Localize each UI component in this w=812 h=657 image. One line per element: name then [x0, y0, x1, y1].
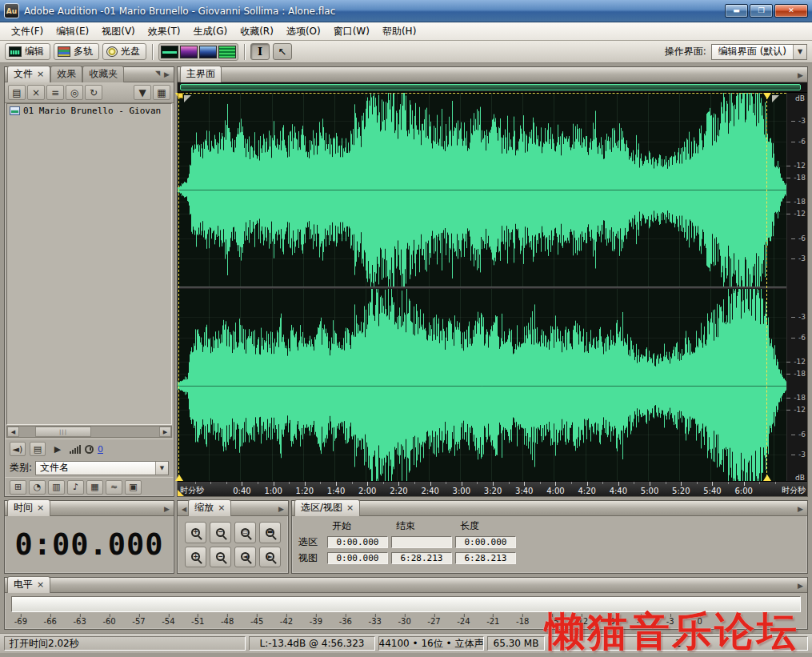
boundary-marker-line[interactable] — [766, 93, 767, 481]
menu-item[interactable]: 窗口(W) — [327, 22, 376, 41]
tab-selection-view[interactable]: 选区/视图 × — [294, 499, 360, 516]
close-icon[interactable]: × — [37, 580, 44, 589]
selection-start-field[interactable]: 0:00.000 — [327, 536, 388, 548]
tab-time[interactable]: 时间 × — [7, 499, 50, 516]
scrub-tool-button[interactable]: ↖ — [273, 43, 292, 60]
close-file-button[interactable]: × — [27, 85, 45, 100]
wave-filter-button[interactable]: ≈ — [106, 480, 122, 495]
waveform-display[interactable]: dB-3-3-6-6-12-12-18-18dB-3-3-6-6-12-12-1… — [178, 93, 807, 481]
close-icon[interactable]: × — [346, 503, 354, 512]
selection-end-field[interactable] — [391, 536, 452, 548]
close-icon[interactable]: × — [37, 503, 44, 512]
columns-button[interactable]: ▥ — [48, 480, 65, 495]
panel-menu-button[interactable]: ▶ — [164, 505, 170, 513]
horizontal-scrollbar[interactable]: ◀ ||| ▶ — [6, 426, 172, 438]
menu-item[interactable]: 编辑(E) — [50, 22, 95, 41]
grid-button[interactable]: ▦ — [86, 480, 103, 495]
marker-filter-button[interactable]: ▣ — [125, 480, 142, 495]
loop-duration-icon[interactable] — [85, 445, 94, 454]
spectral-pan-display-button[interactable] — [199, 46, 217, 58]
panel-menu-button[interactable]: ▶ — [164, 70, 170, 78]
follow-playlist-button[interactable]: ▤ — [30, 442, 46, 456]
menu-item[interactable]: 效果(T) — [142, 22, 187, 41]
tab-level[interactable]: 电平 × — [7, 576, 50, 593]
spectral-frequency-display-button[interactable] — [180, 46, 198, 58]
close-icon[interactable]: × — [218, 503, 225, 512]
preview-play-button[interactable]: ▶ — [50, 442, 66, 456]
zoom-out-vertical-button[interactable]: − — [210, 547, 231, 568]
menu-item[interactable]: 生成(G) — [187, 22, 234, 41]
show-icons-button[interactable]: ⊞ — [10, 480, 26, 495]
edit-file-button[interactable]: ↻ — [85, 85, 102, 100]
file-list[interactable]: 01 Mario Brunello - Giovan — [6, 103, 172, 425]
file-sort-button[interactable]: ▼ — [134, 85, 151, 100]
menu-item[interactable]: 收藏(R) — [234, 22, 280, 41]
menu-item[interactable]: 视图(V) — [95, 22, 142, 41]
selection-handle[interactable] — [178, 93, 183, 98]
zoom-in-horizontal-button[interactable]: + — [185, 522, 206, 543]
chevron-down-icon[interactable]: ▼ — [793, 45, 806, 59]
autoplay-button[interactable]: ◄) — [10, 442, 26, 456]
chevron-down-icon[interactable]: ▼ — [155, 462, 168, 475]
tab-effects[interactable]: 效果 — [50, 66, 82, 82]
view-range-bar[interactable] — [180, 84, 801, 90]
selection-length-field[interactable]: 0:00.000 — [455, 536, 516, 548]
insert-cd-button[interactable]: ◎ — [66, 85, 83, 100]
tab-files[interactable]: 文件× — [7, 66, 50, 82]
waveform-channel-right[interactable] — [178, 289, 786, 483]
zoom-in-vertical-button[interactable]: + — [185, 547, 206, 568]
multitrack-view-button[interactable]: 多轨 — [54, 43, 99, 60]
menu-item[interactable]: 帮助(H) — [376, 22, 422, 41]
waveform-channel-left[interactable] — [178, 93, 786, 286]
loop-count[interactable]: 0 — [98, 444, 103, 455]
close-icon[interactable]: × — [37, 70, 44, 78]
cd-view-button[interactable]: 光盘 — [102, 43, 146, 60]
scrollbar-thumb[interactable]: ||| — [35, 427, 91, 437]
drag-handle-icon[interactable] — [184, 95, 191, 102]
view-start-field[interactable]: 0:00.000 — [327, 552, 388, 564]
menu-item[interactable]: 文件(F) — [5, 22, 50, 41]
panel-menu-button[interactable]: ▶ — [798, 505, 803, 513]
spectral-phase-display-button[interactable] — [218, 46, 236, 58]
import-file-button[interactable]: ▤ — [8, 85, 26, 100]
tab-overflow-icon[interactable]: ◥ — [154, 70, 162, 79]
menu-item[interactable]: 选项(O) — [280, 22, 327, 41]
scroll-right-icon[interactable]: ▶ — [159, 427, 171, 437]
zoom-right-edge-button[interactable]: ► — [259, 547, 281, 568]
scroll-left-icon[interactable]: ◀ — [7, 427, 19, 437]
list-item[interactable]: 01 Mario Brunello - Giovan — [7, 104, 171, 118]
navigation-bar[interactable] — [178, 82, 807, 93]
edit-view-button[interactable]: 编辑 — [5, 43, 50, 60]
drag-handle-icon[interactable] — [772, 95, 779, 102]
view-end-field[interactable]: 6:28.213 — [391, 552, 452, 564]
zoom-to-selection-button[interactable]: ▬ — [259, 522, 281, 543]
zoom-out-horizontal-button[interactable]: − — [210, 522, 231, 543]
tab-main-interface[interactable]: 主界面 — [180, 66, 222, 82]
insert-multitrack-button[interactable]: ≡ — [46, 85, 64, 100]
tab-scroll-left-icon[interactable]: ◀ — [180, 506, 188, 515]
sort-category-select[interactable]: 文件名 ▼ — [35, 461, 169, 475]
panel-menu-button[interactable]: ▶ — [278, 505, 284, 513]
scrollbar-track[interactable]: ||| — [19, 427, 159, 437]
panel-menu-button[interactable]: ▶ — [798, 71, 803, 79]
db-ruler[interactable]: dB-3-3-6-6-12-12-18-18dB-3-3-6-6-12-12-1… — [786, 93, 807, 481]
view-length-field[interactable]: 6:28.213 — [455, 552, 516, 564]
zoom-out-full-button[interactable]: ▭ — [234, 522, 256, 543]
time-selection-tool-button[interactable]: I — [250, 43, 270, 60]
file-options-button[interactable]: ▦ — [153, 85, 170, 100]
panel-menu-button[interactable]: ▶ — [798, 582, 803, 590]
level-meter[interactable] — [11, 596, 801, 612]
preview-volume-slider[interactable] — [70, 444, 81, 454]
zoom-left-edge-button[interactable]: ◄ — [234, 547, 256, 568]
maximize-button[interactable]: ❒ — [750, 4, 773, 18]
minimize-button[interactable]: ▬ — [725, 4, 748, 18]
timeline-ruler[interactable]: 时分秒时分秒0:401:001:201:402:002:202:403:003:… — [178, 481, 807, 496]
tab-zoom[interactable]: 缩放 × — [188, 499, 231, 516]
tab-favorites[interactable]: 收藏夹 — [82, 66, 124, 82]
audio-filter-button[interactable]: ♪ — [67, 480, 84, 495]
duration-button[interactable]: ◔ — [29, 480, 46, 495]
playhead-line[interactable] — [178, 93, 179, 481]
waveform-display-button[interactable] — [161, 46, 178, 58]
close-button[interactable]: ✕ — [774, 4, 808, 18]
workspace-select[interactable]: 编辑界面 (默认) ▼ — [711, 44, 807, 60]
